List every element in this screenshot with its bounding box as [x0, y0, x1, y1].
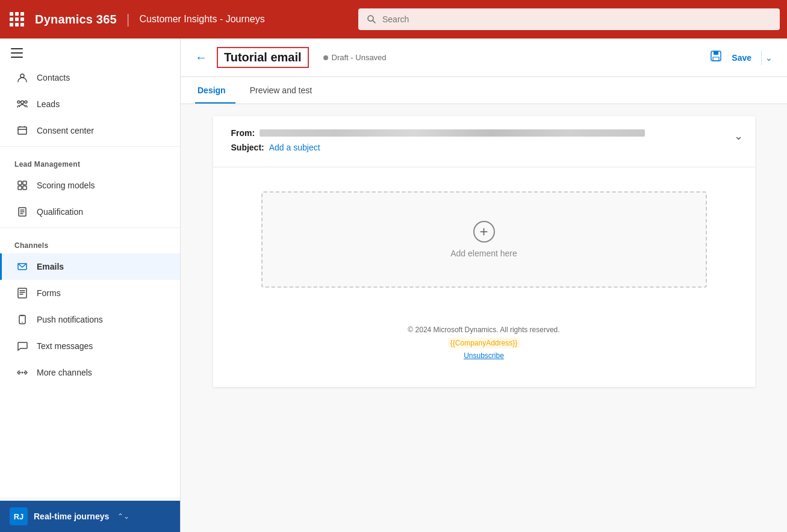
- sidebar-resizer[interactable]: [178, 39, 180, 532]
- apps-grid-icon[interactable]: [7, 12, 26, 26]
- svg-point-0: [368, 16, 373, 21]
- meta-expand-chevron[interactable]: ⌄: [734, 129, 743, 143]
- scoring-models-label: Scoring models: [37, 181, 95, 190]
- emails-label: Emails: [37, 262, 64, 271]
- topbar: Dynamics 365 | Customer Insights - Journ…: [0, 0, 787, 39]
- more-channels-icon: [16, 367, 28, 379]
- push-notifications-label: Push notifications: [37, 315, 103, 324]
- sidebar-item-contacts[interactable]: Contacts: [0, 64, 180, 91]
- forms-icon: [16, 287, 28, 299]
- qualification-label: Qualification: [37, 207, 83, 217]
- email-body: + Add element here: [213, 167, 755, 312]
- tab-design[interactable]: Design: [195, 77, 235, 104]
- svg-point-5: [20, 74, 24, 78]
- svg-rect-9: [18, 127, 26, 134]
- consent-center-label: Consent center: [37, 126, 94, 135]
- content-area: ← Tutorial email Draft - Unsaved Save ⌄: [181, 39, 787, 532]
- rj-badge: RJ: [10, 507, 28, 525]
- footer-copyright: © 2024 Microsoft Dynamics. All rights re…: [225, 324, 743, 337]
- sidebar-item-qualification[interactable]: Qualification: [0, 199, 180, 225]
- sidebar-item-more-channels[interactable]: More channels: [0, 359, 180, 386]
- sidebar-item-push-notifications[interactable]: Push notifications: [0, 306, 180, 333]
- tabs-bar: Design Preview and test: [181, 77, 787, 104]
- push-icon: [16, 314, 28, 326]
- lead-management-section-header: Lead Management: [0, 149, 180, 172]
- email-icon: [16, 261, 28, 273]
- sidebar-item-text-messages[interactable]: Text messages: [0, 333, 180, 359]
- subject-row: Subject: Add a subject: [231, 143, 737, 152]
- text-icon: [16, 340, 28, 352]
- bottom-section[interactable]: RJ Real-time journeys ⌃⌄: [0, 501, 180, 532]
- search-input[interactable]: [382, 14, 771, 24]
- sidebar-item-scoring-models[interactable]: Scoring models: [0, 172, 180, 199]
- svg-line-1: [373, 21, 376, 23]
- back-button[interactable]: ←: [195, 51, 207, 64]
- forms-label: Forms: [37, 288, 61, 298]
- topbar-divider: |: [126, 11, 130, 27]
- status-dot: [323, 55, 328, 60]
- svg-point-21: [24, 372, 26, 374]
- from-row: From:: [231, 128, 737, 138]
- real-time-journeys-label: Real-time journeys: [34, 512, 109, 521]
- contacts-label: Contacts: [37, 73, 70, 82]
- company-address-token[interactable]: {{CompanyAddress}}: [448, 338, 520, 348]
- add-element-plus-icon: +: [473, 221, 495, 243]
- svg-rect-23: [714, 51, 718, 55]
- sidebar-item-forms[interactable]: Forms: [0, 280, 180, 306]
- text-messages-label: Text messages: [37, 341, 93, 351]
- sidebar-item-emails[interactable]: Emails: [0, 253, 180, 280]
- email-designer: From: Subject: Add a subject ⌄ + Add ele…: [181, 104, 787, 532]
- svg-rect-12: [18, 186, 22, 190]
- svg-point-18: [22, 322, 23, 323]
- email-meta-section: From: Subject: Add a subject ⌄: [213, 116, 755, 167]
- status-badge: Draft - Unsaved: [323, 53, 387, 62]
- svg-point-19: [19, 372, 21, 374]
- subject-label: Subject:: [231, 143, 264, 152]
- from-label: From:: [231, 128, 255, 138]
- svg-rect-2: [11, 48, 23, 49]
- unsubscribe-link[interactable]: Unsubscribe: [464, 351, 504, 360]
- header-right: Save ⌄: [710, 50, 773, 65]
- save-chevron-icon[interactable]: ⌄: [761, 51, 773, 65]
- svg-rect-13: [23, 186, 26, 190]
- tab-preview-and-test[interactable]: Preview and test: [247, 77, 322, 104]
- svg-rect-16: [18, 288, 26, 298]
- page-title: Tutorial email: [217, 47, 309, 68]
- add-element-area[interactable]: + Add element here: [261, 191, 707, 288]
- sidebar-item-leads[interactable]: Leads: [0, 91, 180, 117]
- more-channels-label: More channels: [37, 368, 92, 377]
- add-element-text: Add element here: [450, 249, 517, 258]
- svg-rect-10: [18, 181, 22, 185]
- from-value-blurred: [260, 129, 645, 137]
- sidebar-item-consent-center[interactable]: Consent center: [0, 117, 180, 144]
- svg-rect-3: [11, 52, 23, 54]
- svg-point-6: [21, 101, 24, 104]
- save-button[interactable]: Save: [727, 51, 756, 65]
- person-icon: [16, 72, 28, 84]
- email-footer: © 2024 Microsoft Dynamics. All rights re…: [213, 312, 755, 375]
- svg-point-7: [17, 101, 20, 104]
- leads-icon: [16, 98, 28, 110]
- channels-section-header: Channels: [0, 230, 180, 253]
- email-card: From: Subject: Add a subject ⌄ + Add ele…: [213, 116, 755, 387]
- status-text: Draft - Unsaved: [332, 53, 387, 62]
- app-title: Dynamics 365: [35, 13, 117, 26]
- save-icon[interactable]: [710, 50, 722, 65]
- leads-label: Leads: [37, 99, 60, 109]
- hamburger-menu-icon[interactable]: [0, 39, 180, 64]
- svg-point-8: [25, 101, 27, 104]
- svg-rect-4: [11, 57, 23, 58]
- svg-rect-11: [23, 181, 26, 185]
- chevron-up-down-icon[interactable]: ⌃⌄: [117, 512, 129, 521]
- add-subject-link[interactable]: Add a subject: [269, 143, 320, 152]
- svg-point-20: [22, 372, 23, 374]
- sidebar: Contacts Leads: [0, 39, 181, 532]
- qualification-icon: [16, 206, 28, 218]
- app-subtitle: Customer Insights - Journeys: [140, 14, 265, 25]
- consent-icon: [16, 125, 28, 137]
- main-layout: Contacts Leads: [0, 39, 787, 532]
- search-icon: [367, 14, 376, 24]
- scoring-icon: [16, 179, 28, 191]
- search-bar[interactable]: [358, 8, 780, 30]
- content-header: ← Tutorial email Draft - Unsaved Save ⌄: [181, 39, 787, 77]
